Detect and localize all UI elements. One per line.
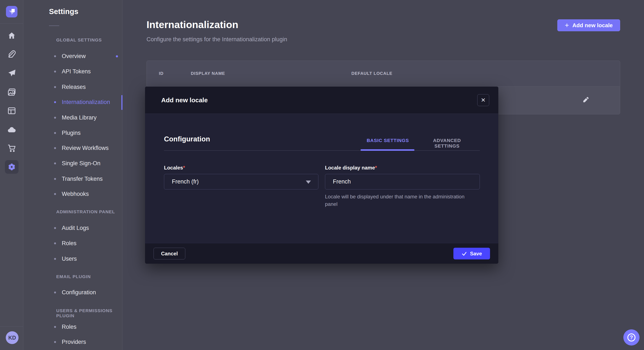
- sidebar-item-email-configuration[interactable]: Configuration: [24, 288, 122, 297]
- sidebar-item-label: Configuration: [62, 289, 96, 296]
- add-new-locale-button[interactable]: + Add new locale: [557, 19, 620, 31]
- display-name-label: Locale display name*: [325, 165, 377, 171]
- table-header-row: ID DISPLAY NAME DEFAULT LOCALE: [147, 61, 620, 87]
- sidebar-item-label: Internationalization: [62, 99, 110, 105]
- modal-body: Configuration BASIC SETTINGS ADVANCED SE…: [145, 114, 498, 243]
- app-icon-rail: KD: [0, 0, 24, 350]
- modal-header: Add new locale ✕: [145, 87, 498, 114]
- sidebar-item-single-sign-on[interactable]: Single Sign-On: [24, 159, 122, 168]
- display-name-input[interactable]: [325, 174, 480, 189]
- active-item-indicator: [122, 95, 122, 110]
- locales-label-text: Locales: [164, 165, 183, 171]
- column-header-default-locale: DEFAULT LOCALE: [352, 71, 392, 76]
- column-header-id: ID: [159, 71, 164, 76]
- sidebar-item-label: API Tokens: [62, 68, 91, 75]
- save-button[interactable]: Save: [454, 248, 490, 259]
- cart-icon[interactable]: [0, 143, 24, 153]
- home-icon[interactable]: [0, 31, 24, 40]
- chevron-down-icon: [306, 180, 311, 184]
- section-users-permissions-plugin: USERS & PERMISSIONS PLUGIN: [56, 308, 122, 318]
- modal-title: Add new locale: [161, 87, 208, 114]
- sidebar-item-internationalization[interactable]: Internationalization: [24, 98, 122, 106]
- cancel-button[interactable]: Cancel: [154, 248, 185, 259]
- sidebar-title: Settings: [49, 7, 78, 16]
- cloud-icon[interactable]: [0, 125, 24, 134]
- sidebar-item-admin-roles[interactable]: Roles: [24, 239, 122, 247]
- strapi-logo: [6, 6, 18, 17]
- sidebar-item-webhooks[interactable]: Webhooks: [24, 190, 122, 198]
- sidebar-item-up-roles[interactable]: Roles: [24, 323, 122, 331]
- sidebar-item-plugins[interactable]: Plugins: [24, 129, 122, 137]
- feather-icon[interactable]: [0, 50, 24, 59]
- sidebar-item-transfer-tokens[interactable]: Transfer Tokens: [24, 175, 122, 183]
- paper-plane-icon[interactable]: [0, 69, 24, 78]
- section-email-plugin: EMAIL PLUGIN: [56, 274, 91, 279]
- required-asterisk: *: [183, 165, 185, 171]
- sidebar-item-label: Transfer Tokens: [62, 176, 103, 182]
- tab-basic-settings[interactable]: BASIC SETTINGS: [366, 138, 410, 144]
- section-global-settings: GLOBAL SETTINGS: [56, 37, 102, 42]
- check-icon: [462, 251, 467, 256]
- edit-pencil-icon[interactable]: [581, 95, 590, 104]
- sidebar-item-releases[interactable]: Releases: [24, 83, 122, 91]
- page-title: Internationalization: [146, 19, 238, 30]
- plus-icon: +: [565, 21, 569, 29]
- settings-gear-icon[interactable]: [5, 160, 18, 174]
- add-new-locale-label: Add new locale: [572, 22, 613, 29]
- locales-select[interactable]: French (fr): [164, 174, 318, 189]
- sidebar-item-media-library[interactable]: Media Library: [24, 113, 122, 122]
- sidebar-item-review-workflows[interactable]: Review Workflows: [24, 144, 122, 152]
- question-mark-icon: ?: [628, 334, 636, 342]
- help-button[interactable]: ?: [623, 329, 640, 346]
- sidebar-item-label: Media Library: [62, 114, 97, 121]
- close-icon[interactable]: ✕: [477, 94, 489, 106]
- modal-footer: Cancel Save: [145, 243, 498, 264]
- sidebar-item-admin-users[interactable]: Users: [24, 255, 122, 263]
- sidebar-item-label: Providers: [62, 339, 86, 345]
- required-asterisk: *: [375, 165, 377, 171]
- page-subtitle: Configure the settings for the Internati…: [146, 36, 287, 43]
- rail-divider-bottom: [0, 326, 24, 327]
- settings-sidebar: Settings GLOBAL SETTINGS Overview API To…: [24, 0, 122, 350]
- sidebar-item-api-tokens[interactable]: API Tokens: [24, 67, 122, 76]
- save-label: Save: [470, 251, 482, 257]
- section-administration-panel: ADMINISTRATION PANEL: [56, 209, 115, 214]
- tab-advanced-settings[interactable]: ADVANCED SETTINGS: [422, 138, 473, 149]
- strapi-logo-glyph: [6, 6, 18, 17]
- locales-select-value: French (fr): [172, 174, 199, 189]
- media-library-icon[interactable]: [0, 88, 24, 97]
- sidebar-item-label: Overview: [62, 53, 86, 59]
- column-header-display-name: DISPLAY NAME: [191, 71, 225, 76]
- sidebar-item-audit-logs[interactable]: Audit Logs: [24, 224, 122, 232]
- user-avatar[interactable]: KD: [6, 331, 18, 344]
- sidebar-item-label: Webhooks: [62, 191, 89, 197]
- sidebar-item-label: Audit Logs: [62, 225, 89, 231]
- display-name-label-text: Locale display name: [325, 165, 375, 171]
- locales-label: Locales*: [164, 165, 185, 171]
- tabs-divider: [164, 150, 480, 151]
- sidebar-item-label: Roles: [62, 240, 76, 247]
- title-rule: [49, 25, 59, 26]
- sidebar-item-label: Releases: [62, 84, 86, 90]
- sidebar-item-up-providers[interactable]: Providers: [24, 338, 122, 346]
- sidebar-item-label: Review Workflows: [62, 145, 108, 151]
- sidebar-item-label: Plugins: [62, 130, 81, 136]
- sidebar-item-label: Users: [62, 256, 77, 262]
- notification-dot: [116, 55, 118, 57]
- rail-divider: [0, 23, 24, 24]
- sidebar-item-overview[interactable]: Overview: [24, 52, 122, 60]
- sidebar-item-label: Roles: [62, 324, 76, 330]
- add-new-locale-modal: Add new locale ✕ Configuration BASIC SET…: [145, 87, 498, 264]
- active-tab-underline: [360, 149, 414, 151]
- display-name-hint: Locale will be displayed under that name…: [325, 193, 466, 208]
- layout-icon[interactable]: [0, 106, 24, 116]
- sidebar-item-label: Single Sign-On: [62, 160, 100, 167]
- configuration-heading: Configuration: [164, 135, 210, 143]
